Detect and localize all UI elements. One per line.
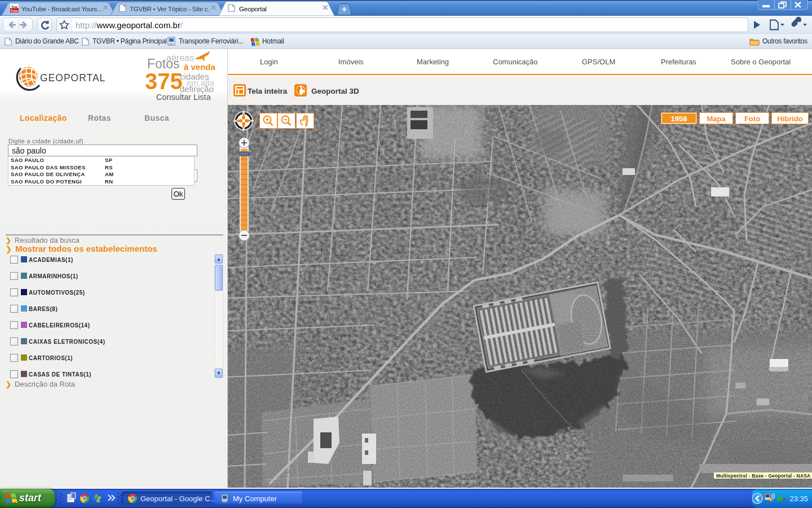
svg-text:Multispectral - Base - Geoport: Multispectral - Base - Geoportal - NASA …	[716, 473, 812, 479]
svg-text:You: You	[11, 5, 17, 8]
svg-text:Tube: Tube	[11, 9, 19, 12]
